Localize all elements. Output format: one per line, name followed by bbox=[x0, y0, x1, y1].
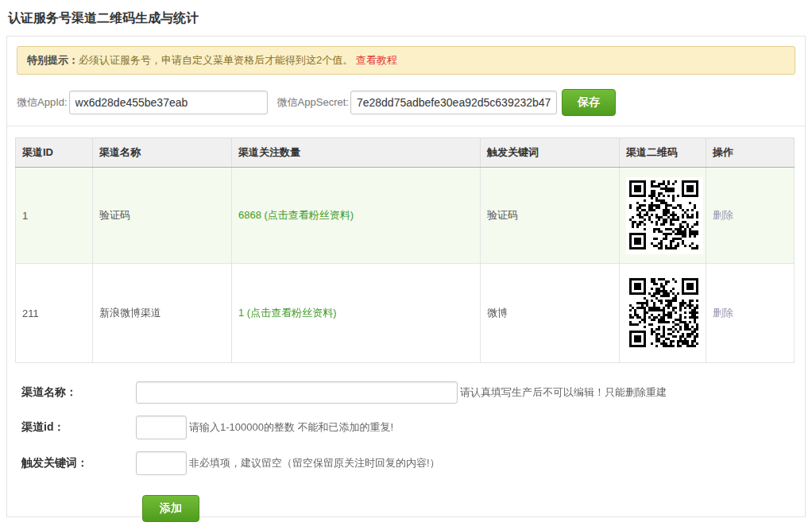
cell-actions: 删除 bbox=[706, 168, 795, 264]
main-panel: 特别提示：必须认证服务号，申请自定义菜单资格后才能得到这2个值。 查看教程 微信… bbox=[6, 36, 806, 517]
section-divider bbox=[7, 126, 805, 126]
credentials-row: 微信AppId: 微信AppSecret: 保存 bbox=[17, 90, 797, 115]
cell-actions: 删除 bbox=[706, 264, 795, 363]
cell-trigger-keyword: 微博 bbox=[481, 264, 620, 363]
channel-name-label: 渠道名称： bbox=[15, 385, 136, 400]
add-channel-form: 渠道名称： 请认真填写生产后不可以编辑！只能删除重建 渠道id： 请输入1-10… bbox=[15, 381, 797, 522]
channel-name-row: 渠道名称： 请认真填写生产后不可以编辑！只能删除重建 bbox=[15, 381, 797, 404]
table-row: 1 验证码 6868 (点击查看粉丝资料) 验证码 删除 bbox=[16, 168, 795, 264]
header-follow-count: 渠道关注数量 bbox=[232, 138, 481, 168]
cell-channel-qr bbox=[620, 168, 706, 264]
header-channel-name: 渠道名称 bbox=[93, 138, 232, 168]
appid-input[interactable] bbox=[69, 91, 268, 114]
cell-channel-id: 211 bbox=[16, 264, 93, 363]
delete-link[interactable]: 删除 bbox=[713, 307, 733, 319]
header-trigger-keyword: 触发关键词 bbox=[481, 138, 620, 168]
warning-banner: 特别提示：必须认证服务号，申请自定义菜单资格后才能得到这2个值。 查看教程 bbox=[17, 46, 795, 75]
appid-label: 微信AppId: bbox=[17, 95, 68, 110]
trigger-keyword-row: 触发关键词： 非必填项，建议留空（留空保留原关注时回复的内容!） bbox=[15, 451, 797, 475]
qr-code-image bbox=[626, 275, 703, 352]
cell-channel-name: 验证码 bbox=[93, 168, 232, 264]
channel-id-label: 渠道id： bbox=[15, 420, 136, 435]
trigger-keyword-input[interactable] bbox=[136, 451, 187, 475]
channel-id-hint: 请输入1-100000的整数 不能和已添加的重复! bbox=[189, 420, 393, 435]
warning-message: 必须认证服务号，申请自定义菜单资格后才能得到这2个值。 bbox=[79, 54, 353, 66]
save-button[interactable]: 保存 bbox=[562, 89, 616, 116]
fans-detail-link[interactable]: 1 (点击查看粉丝资料) bbox=[238, 307, 337, 319]
cell-follow-count: 1 (点击查看粉丝资料) bbox=[232, 264, 481, 363]
channel-id-input[interactable] bbox=[136, 416, 187, 439]
channel-name-hint: 请认真填写生产后不可以编辑！只能删除重建 bbox=[460, 385, 667, 400]
qr-code-image bbox=[626, 177, 703, 254]
cell-trigger-keyword: 验证码 bbox=[481, 168, 620, 264]
qr-code-canvas bbox=[629, 180, 700, 251]
cell-channel-qr bbox=[620, 264, 706, 363]
cell-channel-name: 新浪微博渠道 bbox=[93, 264, 232, 363]
add-button[interactable]: 添加 bbox=[142, 495, 199, 522]
page-title: 认证服务号渠道二维码生成与统计 bbox=[8, 10, 812, 27]
delete-link[interactable]: 删除 bbox=[713, 209, 733, 221]
channel-id-row: 渠道id： 请输入1-100000的整数 不能和已添加的重复! bbox=[15, 416, 797, 439]
table-row: 211 新浪微博渠道 1 (点击查看粉丝资料) 微博 删除 bbox=[16, 264, 795, 363]
header-actions: 操作 bbox=[706, 138, 795, 168]
appsecret-label: 微信AppSecret: bbox=[277, 95, 349, 110]
cell-follow-count: 6868 (点击查看粉丝资料) bbox=[232, 168, 481, 264]
channel-name-input[interactable] bbox=[136, 381, 458, 404]
channels-table: 渠道ID 渠道名称 渠道关注数量 触发关键词 渠道二维码 操作 1 验证码 68… bbox=[15, 137, 795, 363]
header-channel-qr: 渠道二维码 bbox=[620, 138, 706, 168]
qr-code-canvas bbox=[629, 278, 700, 349]
table-header-row: 渠道ID 渠道名称 渠道关注数量 触发关键词 渠道二维码 操作 bbox=[16, 138, 795, 168]
view-tutorial-link[interactable]: 查看教程 bbox=[356, 54, 397, 66]
trigger-keyword-label: 触发关键词： bbox=[15, 456, 136, 470]
trigger-keyword-hint: 非必填项，建议留空（留空保留原关注时回复的内容!） bbox=[189, 456, 440, 470]
header-channel-id: 渠道ID bbox=[16, 138, 93, 168]
warning-prefix: 特别提示： bbox=[27, 54, 79, 66]
fans-detail-link[interactable]: 6868 (点击查看粉丝资料) bbox=[238, 209, 354, 221]
appsecret-input[interactable] bbox=[350, 91, 557, 114]
cell-channel-id: 1 bbox=[16, 168, 93, 264]
